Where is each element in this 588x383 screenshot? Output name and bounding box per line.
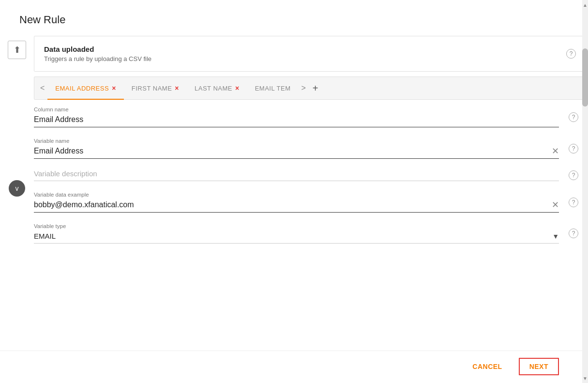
variable-name-help-icon[interactable]: ? — [569, 144, 578, 153]
trigger-description: Triggers a rule by uploading a CSV file — [44, 55, 151, 62]
variable-data-example-help-icon[interactable]: ? — [569, 198, 578, 207]
variable-name-field: Variable name Email Address ✕ ? — [34, 138, 559, 159]
variable-type-value[interactable]: EMAIL ▼ — [34, 232, 559, 244]
scrollbar[interactable]: ▲ ▼ — [582, 36, 588, 351]
column-name-value: Email Address — [34, 115, 559, 127]
variable-description-placeholder[interactable]: Variable description — [34, 169, 559, 181]
tab-email-address-close[interactable]: × — [112, 85, 116, 92]
variable-description-field: Variable description ? — [34, 169, 559, 181]
trigger-text: Data uploaded Triggers a rule by uploadi… — [44, 45, 151, 62]
variable-name-label: Variable name — [34, 138, 559, 144]
next-button[interactable]: NEXT — [519, 358, 559, 375]
scrollbar-thumb[interactable] — [582, 48, 588, 107]
column-name-label: Column name — [34, 107, 559, 112]
footer-bar: CANCEL NEXT — [0, 351, 588, 383]
tab-email-tem[interactable]: EMAIL TEM — [247, 77, 299, 100]
tabs-bar: < EMAIL ADDRESS × FIRST NAME × LAST NAME… — [34, 77, 583, 100]
variable-type-label: Variable type — [34, 223, 559, 229]
page-container: New Rule ⬆ v Data uploaded Triggers a ru… — [0, 0, 588, 383]
variable-type-field: Variable type EMAIL ▼ ? — [34, 223, 559, 244]
variable-description-help-icon[interactable]: ? — [569, 170, 578, 180]
left-icon-bar: ⬆ v — [0, 36, 34, 351]
inner-content: Data uploaded Triggers a rule by uploadi… — [34, 36, 588, 351]
trigger-section: Data uploaded Triggers a rule by uploadi… — [34, 36, 583, 72]
tab-first-name[interactable]: FIRST NAME × — [124, 77, 187, 100]
variable-name-clear-button[interactable]: ✕ — [552, 147, 559, 155]
variable-name-value[interactable]: Email Address ✕ — [34, 147, 559, 159]
variable-data-example-value[interactable]: bobby@demo.xfanatical.com ✕ — [34, 200, 559, 213]
content-wrapper: ⬆ v Data uploaded Triggers a rule by upl… — [0, 36, 588, 351]
column-name-help-icon[interactable]: ? — [569, 112, 578, 122]
tab-email-address[interactable]: EMAIL ADDRESS × — [47, 77, 123, 100]
tab-first-name-close[interactable]: × — [175, 85, 179, 92]
tab-last-name[interactable]: LAST NAME × — [187, 77, 247, 100]
tab-last-name-close[interactable]: × — [235, 85, 240, 92]
column-name-field: Column name Email Address ? — [34, 107, 559, 127]
variable-data-example-clear-button[interactable]: ✕ — [552, 200, 559, 209]
trigger-help-icon[interactable]: ? — [566, 49, 576, 59]
tabs-section: < EMAIL ADDRESS × FIRST NAME × LAST NAME… — [34, 77, 583, 100]
variable-data-example-field: Variable data example bobby@demo.xfanati… — [34, 192, 559, 213]
page-title: New Rule — [0, 0, 588, 36]
tab-prev-button[interactable]: < — [37, 84, 47, 92]
variable-type-dropdown-arrow: ▼ — [552, 232, 559, 240]
upload-icon: ⬆ — [8, 41, 26, 59]
trigger-title: Data uploaded — [44, 45, 151, 53]
variable-data-example-label: Variable data example — [34, 192, 559, 198]
variable-type-help-icon[interactable]: ? — [569, 229, 578, 238]
avatar-icon: v — [9, 180, 25, 197]
form-section: Column name Email Address ? Variable nam… — [34, 100, 583, 261]
tab-next-button[interactable]: > — [299, 84, 309, 92]
cancel-button[interactable]: CANCEL — [466, 359, 509, 374]
add-tab-button[interactable]: + — [309, 83, 322, 94]
